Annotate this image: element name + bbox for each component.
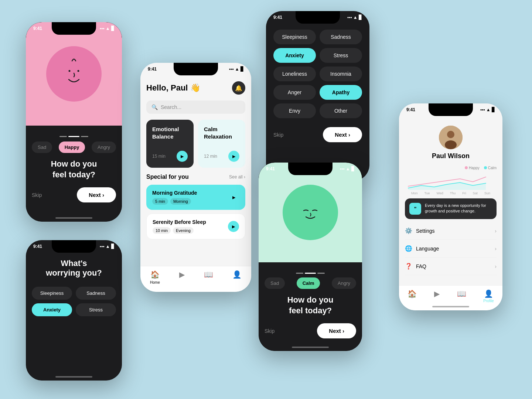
dot-1 — [59, 136, 67, 137]
mood-angry[interactable]: Angry — [92, 141, 116, 153]
special-serenity[interactable]: Serenity Before Sleep 10 min Evening ▶ — [146, 214, 245, 239]
nav-profile[interactable]: 👤 — [232, 270, 242, 284]
see-all-link[interactable]: See all › — [229, 174, 245, 180]
notification-button[interactable]: 🔔 — [232, 81, 245, 95]
emotion-sleepiness[interactable]: Sleepiness — [273, 30, 316, 44]
greeting: Hello, Paul 👋 — [146, 83, 200, 93]
worry-question: What'sworrying you? — [32, 259, 116, 278]
status-bar-3: 9:41 ▪▪▪ ▲ ▊ — [140, 66, 251, 72]
play-button-4[interactable]: ▶ — [228, 221, 239, 232]
play-button-1[interactable]: ▶ — [177, 151, 188, 162]
nav-home[interactable]: 🏠 Home — [150, 270, 160, 284]
item-tags-1: 5 min Morning — [152, 198, 197, 205]
item-tags-2: 10 min Evening — [153, 227, 206, 234]
time-3: 9:41 — [148, 66, 157, 72]
profile-nav-library[interactable]: 📖 — [457, 289, 466, 303]
emotion-envy[interactable]: Envy — [273, 103, 316, 118]
play-icon: ▶ — [179, 270, 185, 279]
chart-days: Mon Tue Wed Thu Fri Sat Sun — [405, 191, 497, 195]
profile-nav-label: Profile — [483, 299, 494, 303]
chevron-faq: › — [495, 263, 497, 269]
worry-screen: 9:41 ▪▪▪ ▲ ▊ What'sworrying you? Sleepin… — [26, 240, 122, 381]
profile-play-icon: ▶ — [434, 289, 440, 298]
action-row: Skip Next › — [32, 187, 116, 202]
action-row-5: Skip Next › — [265, 323, 356, 338]
mood-sad[interactable]: Sad — [32, 141, 52, 153]
play-button-2[interactable]: ▶ — [228, 151, 239, 162]
card-title-2: CalmRelaxation — [204, 126, 239, 140]
emotion-insomnia[interactable]: Insomnia — [320, 66, 362, 81]
next-button-4[interactable]: Next › — [323, 127, 362, 142]
emotion-anger[interactable]: Anger — [273, 85, 316, 100]
home-icon: 🏠 — [150, 270, 160, 279]
svg-point-0 — [69, 70, 71, 72]
svg-point-4 — [445, 140, 457, 149]
emotion-sadness[interactable]: Sadness — [320, 30, 362, 44]
phone-feel-calm: 9:41 ▪▪▪ ▲ ▊ — [259, 163, 362, 351]
nav-play[interactable]: ▶ — [179, 270, 185, 284]
day-sat: Sat — [473, 191, 478, 195]
home-indicator-3 — [177, 287, 214, 289]
settings-item-settings[interactable]: ⚙️ Settings › — [405, 222, 497, 240]
faq-icon: ❓ — [405, 263, 412, 270]
mood-illustration-green — [259, 163, 362, 262]
progress-dots-5 — [265, 273, 356, 274]
emotion-apathy[interactable]: Apathy — [320, 85, 362, 100]
emotion-anxiety[interactable]: Anxiety — [273, 48, 316, 63]
quote-text: Every day is a new opportunity for growt… — [425, 203, 492, 214]
next-button-5[interactable]: Next › — [317, 323, 356, 338]
special-morning-gratitude[interactable]: Morning Gratitude 5 min Morning ▶ — [146, 185, 245, 210]
emotion-loneliness[interactable]: Loneliness — [273, 66, 316, 81]
phone-emotions: 9:41 ▪▪▪ ▲ ▊ Sleepiness Sadness Anxiety … — [266, 11, 369, 181]
settings-gear-icon: ⚙️ — [405, 227, 412, 234]
featured-emotional-balance[interactable]: EmotionalBalance 15 min ▶ — [146, 120, 194, 168]
phone-home: 9:41 ▪▪▪ ▲ ▊ Hello, Paul 👋 🔔 🔍 Search...… — [140, 63, 251, 292]
calm-angry[interactable]: Angry — [332, 277, 356, 289]
skip-button-1[interactable]: Skip — [32, 192, 42, 198]
tag-sleepiness[interactable]: Sleepiness — [32, 287, 72, 300]
skip-button-5[interactable]: Skip — [265, 328, 274, 334]
day-tue: Tue — [424, 191, 430, 195]
search-bar[interactable]: 🔍 Search... — [146, 100, 245, 114]
tag-sadness[interactable]: Sadness — [76, 287, 116, 300]
next-button-1[interactable]: Next › — [77, 187, 116, 202]
svg-point-1 — [78, 70, 79, 72]
profile-user-icon: 👤 — [484, 289, 493, 298]
skip-button-4[interactable]: Skip — [273, 132, 283, 138]
status-icons-2: ▪▪▪ ▲ ▊ — [100, 244, 115, 249]
profile-nav-play[interactable]: ▶ — [434, 289, 440, 303]
settings-list: ⚙️ Settings › 🌐 Language › ❓ FAQ — [399, 222, 502, 275]
emotion-stress[interactable]: Stress — [320, 48, 362, 63]
profile-screen: 9:41 ▪▪▪ ▲ ▊ Paul Wilson Happy — [399, 103, 502, 310]
faq-label: FAQ — [416, 263, 426, 269]
nav-library[interactable]: 📖 — [204, 270, 213, 284]
featured-calm-relaxation[interactable]: CalmRelaxation 12 min ▶ — [198, 120, 245, 168]
play-button-3[interactable]: ▶ — [228, 192, 239, 203]
mood-happy[interactable]: Happy — [59, 141, 85, 153]
item-tag-time-2: 10 min — [153, 227, 171, 234]
tag-stress[interactable]: Stress — [76, 303, 116, 316]
profile-nav-home[interactable]: 🏠 — [407, 289, 417, 303]
card-time-1: 15 min — [152, 154, 166, 159]
emotion-other[interactable]: Other — [320, 103, 362, 118]
smiley-pink — [46, 46, 102, 102]
settings-item-faq[interactable]: ❓ FAQ › — [405, 258, 497, 275]
tag-anxiety[interactable]: Anxiety — [32, 303, 72, 316]
legend-happy: Happy — [465, 166, 480, 170]
mood-illustration-pink — [26, 22, 122, 126]
search-placeholder: Search... — [161, 104, 181, 110]
calm-sad[interactable]: Sad — [265, 277, 285, 289]
item-info-1: Morning Gratitude 5 min Morning — [152, 190, 197, 205]
home-screen: 9:41 ▪▪▪ ▲ ▊ Hello, Paul 👋 🔔 🔍 Search...… — [140, 63, 251, 292]
card-title-1: EmotionalBalance — [152, 126, 188, 140]
dot-2 — [68, 136, 79, 137]
calm-calm[interactable]: Calm — [297, 277, 320, 289]
settings-item-language[interactable]: 🌐 Language › — [405, 240, 497, 258]
card-time-2: 12 min — [204, 154, 217, 159]
language-label: Language — [416, 246, 439, 252]
language-icon: 🌐 — [405, 245, 412, 252]
status-icons-4: ▪▪▪ ▲ ▊ — [347, 15, 362, 20]
card-footer-1: 15 min ▶ — [152, 151, 188, 162]
profile-nav-profile[interactable]: 👤 Profile — [483, 289, 494, 303]
day-thu: Thu — [450, 191, 456, 195]
